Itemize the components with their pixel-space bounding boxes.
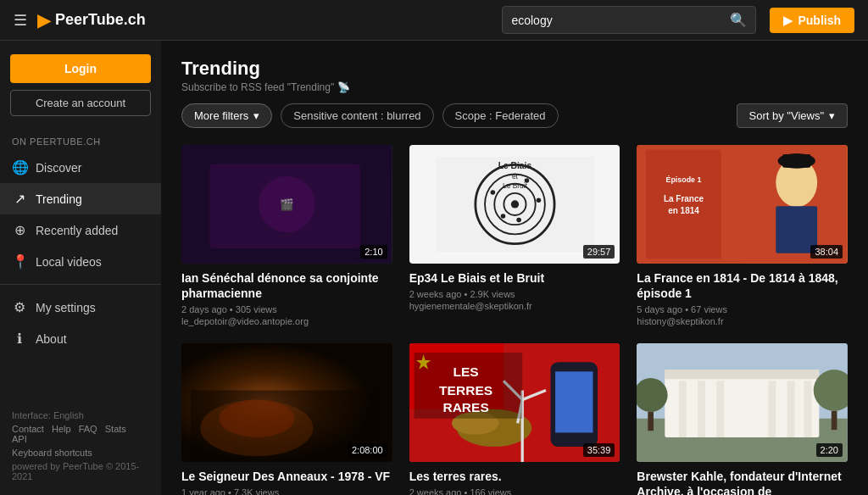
video-duration: 29:57 <box>583 245 615 259</box>
svg-point-12 <box>536 197 541 203</box>
scope-label: Scope : Federated <box>455 109 546 122</box>
footer-faq-link[interactable]: FAQ <box>79 424 97 434</box>
info-icon: ℹ <box>12 331 27 347</box>
sidebar-item-about[interactable]: ℹ About <box>0 323 161 354</box>
video-card[interactable]: Le Biais et Le Bruit 29:57 Ep34 Le Biais… <box>409 145 620 326</box>
svg-rect-51 <box>665 372 820 438</box>
video-title: Les terres rares. <box>409 469 620 484</box>
footer-contact-link[interactable]: Contact <box>12 424 44 434</box>
video-title: Ian Sénéchal dénonce sa conjointe pharma… <box>181 270 392 301</box>
svg-text:TERRES: TERRES <box>439 383 492 398</box>
svg-rect-58 <box>665 370 820 379</box>
svg-point-14 <box>516 218 521 223</box>
sort-label: Sort by "Views" <box>749 109 824 122</box>
keyboard-shortcuts-link[interactable]: Keyboard shortcuts <box>12 448 92 458</box>
search-bar: 🔍 <box>502 6 756 34</box>
more-filters-label: More filters <box>194 109 248 122</box>
more-filters-button[interactable]: More filters ▾ <box>181 103 272 128</box>
pin-icon: 📍 <box>12 253 27 270</box>
gear-icon: ⚙ <box>12 299 27 315</box>
sidebar-item-recently-added[interactable]: ⊕ Recently added <box>0 214 161 246</box>
sidebar-item-trending[interactable]: ↗ Trending <box>0 183 161 214</box>
rss-link[interactable]: Subscribe to RSS feed "Trending" 📡 <box>181 81 848 93</box>
svg-rect-53 <box>698 381 705 438</box>
video-thumbnail: LES TERRES RARES 35:39 <box>409 343 620 462</box>
scope-filter[interactable]: Scope : Federated <box>442 103 559 128</box>
sidebar-item-label: Discover <box>36 161 81 175</box>
video-duration: 2:20 <box>816 443 843 457</box>
logo-text: PeerTube.ch <box>55 11 146 29</box>
svg-rect-60 <box>648 412 654 431</box>
create-account-button[interactable]: Create an account <box>10 90 151 116</box>
svg-text:LES: LES <box>453 364 478 379</box>
search-button[interactable]: 🔍 <box>721 7 755 33</box>
sensitive-content-label: Sensitive content : blurred <box>293 109 420 122</box>
svg-rect-56 <box>787 381 795 438</box>
video-card[interactable]: Épisode 1 La France en 1814 38:04 La Fra… <box>637 145 848 326</box>
footer-stats-link[interactable]: Stats <box>105 424 126 434</box>
thumb-svg: Le Biais et Le Bruit <box>431 157 599 252</box>
svg-text:en 1814: en 1814 <box>669 206 700 215</box>
video-duration: 2:08:00 <box>348 443 387 457</box>
globe-icon: 🌐 <box>12 159 27 175</box>
video-thumbnail: 🎬 2:10 <box>181 145 392 264</box>
plus-circle-icon: ⊕ <box>12 222 27 238</box>
svg-point-9 <box>510 200 518 208</box>
video-channel: hygienementale@skeptikon.fr <box>409 301 620 311</box>
search-input[interactable] <box>503 8 721 32</box>
video-card[interactable]: 2:20 Brewster Kahle, fondateur d'Interne… <box>637 343 848 495</box>
svg-rect-52 <box>679 381 687 438</box>
svg-point-10 <box>490 190 495 195</box>
svg-text:Le Biais: Le Biais <box>498 161 531 170</box>
video-title: Ep34 Le Biais et le Bruit <box>409 270 620 286</box>
sort-button[interactable]: Sort by "Views" ▾ <box>737 103 848 128</box>
sidebar-item-settings[interactable]: ⚙ My settings <box>0 292 161 323</box>
video-card[interactable]: 2:08:00 Le Seigneur Des Anneaux - 1978 -… <box>181 343 392 495</box>
interface-label: Interface: English <box>12 410 149 420</box>
sidebar-item-label: Recently added <box>36 224 118 237</box>
svg-text:et: et <box>511 172 518 181</box>
logo-icon: ▶ <box>37 10 50 31</box>
sidebar-item-label: Local videos <box>36 255 102 269</box>
video-card[interactable]: 🎬 2:10 Ian Sénéchal dénonce sa conjointe… <box>181 145 392 326</box>
page-header: Trending Subscribe to RSS feed "Trending… <box>181 58 848 93</box>
sidebar-item-label: Trending <box>36 192 82 206</box>
svg-text:🎬: 🎬 <box>280 197 294 212</box>
logo[interactable]: ▶ PeerTube.ch <box>37 10 146 31</box>
sidebar: Login Create an account ON PEERTUBE.CH 🌐… <box>0 41 161 495</box>
svg-point-13 <box>500 214 505 219</box>
powered-by-label: powered by PeerTube © 2015-2021 <box>12 461 149 481</box>
publish-button[interactable]: ▶ Publish <box>770 8 854 33</box>
svg-rect-62 <box>832 411 837 430</box>
footer-help-link[interactable]: Help <box>52 424 71 434</box>
video-card[interactable]: LES TERRES RARES 35:39 Les terres rares.… <box>409 343 620 495</box>
body: Login Create an account ON PEERTUBE.CH 🌐… <box>0 41 868 495</box>
video-thumbnail: Épisode 1 La France en 1814 38:04 <box>637 145 848 264</box>
sidebar-item-discover[interactable]: 🌐 Discover <box>0 152 161 183</box>
main-content: Trending Subscribe to RSS feed "Trending… <box>161 41 868 495</box>
login-button[interactable]: Login <box>10 54 151 83</box>
video-meta: 2 weeks ago • 166 views <box>409 487 620 495</box>
svg-rect-19 <box>646 150 721 259</box>
trending-icon: ↗ <box>12 191 27 207</box>
sidebar-auth: Login Create an account <box>0 41 161 126</box>
video-channel: le_depotoir@video.antopie.org <box>181 316 392 326</box>
sensitive-content-filter[interactable]: Sensitive content : blurred <box>281 103 433 128</box>
video-meta: 1 year ago • 7.3K views <box>181 487 392 495</box>
header: ☰ ▶ PeerTube.ch 🔍 ▶ Publish <box>0 0 868 41</box>
footer-api-link[interactable]: API <box>12 434 27 444</box>
video-channel: histony@skeptikon.fr <box>637 316 848 326</box>
video-title: Brewster Kahle, fondateur d'Internet Arc… <box>637 469 848 495</box>
svg-text:Le Bruit: Le Bruit <box>503 181 528 190</box>
svg-rect-54 <box>717 381 725 438</box>
svg-text:La France: La France <box>664 194 704 203</box>
page-title: Trending <box>181 58 848 80</box>
menu-icon[interactable]: ☰ <box>14 11 27 30</box>
sidebar-item-local-videos[interactable]: 📍 Local videos <box>0 246 161 277</box>
sort-chevron-icon: ▾ <box>829 109 835 122</box>
video-duration: 35:39 <box>583 443 615 457</box>
filters-row: More filters ▾ Sensitive content : blurr… <box>181 103 848 128</box>
video-meta: 5 days ago • 67 views <box>637 304 848 314</box>
svg-rect-23 <box>782 154 810 168</box>
sidebar-section-label: ON PEERTUBE.CH <box>0 126 161 152</box>
